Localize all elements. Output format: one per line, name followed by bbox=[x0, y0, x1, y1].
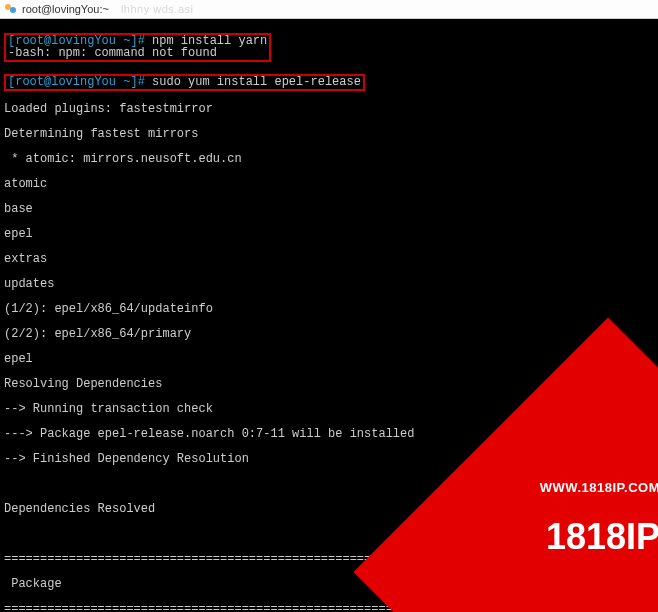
error-line: -bash: npm: command not found bbox=[8, 46, 217, 60]
terminal-icon bbox=[4, 2, 18, 16]
terminal-output[interactable]: [root@lovingYou ~]# npm install yarn -ba… bbox=[0, 19, 658, 612]
window-title-blur: lhhny wds.asi bbox=[121, 3, 194, 15]
badge-brand: 1818IP bbox=[540, 519, 658, 555]
svg-point-0 bbox=[5, 4, 11, 10]
command-2: sudo yum install epel-release bbox=[152, 75, 361, 89]
highlight-box-2: [root@lovingYou ~]# sudo yum install epe… bbox=[4, 74, 365, 91]
window-titlebar: root@lovingYou:~ lhhny wds.asi bbox=[0, 0, 658, 19]
svg-point-1 bbox=[10, 7, 16, 13]
badge-url: WWW.1818IP.COM bbox=[540, 482, 658, 495]
window-title: root@lovingYou:~ bbox=[22, 3, 109, 15]
corner-badge: WWW.1818IP.COM 1818IP bbox=[398, 432, 658, 612]
highlight-box-1: [root@lovingYou ~]# npm install yarn -ba… bbox=[4, 33, 271, 62]
